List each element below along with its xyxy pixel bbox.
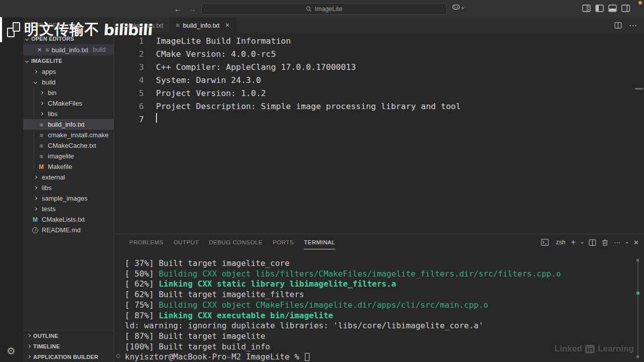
open-editor-label: build_info.txt bbox=[51, 46, 88, 54]
tree-item-sample-images[interactable]: sample_images bbox=[23, 193, 114, 204]
terminal-actions: zsh + bbox=[541, 238, 639, 247]
new-terminal-icon[interactable]: + bbox=[571, 238, 576, 247]
line-content: ImageLite Build Information bbox=[144, 35, 291, 48]
toggle-secondary-sidebar-icon[interactable] bbox=[621, 5, 630, 12]
editor-pane[interactable]: 1ImageLite Build Information2CMake Versi… bbox=[114, 33, 644, 234]
toggle-primary-sidebar-icon[interactable] bbox=[595, 5, 604, 12]
terminal-output[interactable]: [ 37%] Built target imagelite_core[ 50%]… bbox=[114, 250, 644, 362]
editor-line-3: 3C++ Compiler: AppleClang 17.0.0.1700001… bbox=[114, 61, 644, 74]
chevron-right-icon bbox=[31, 197, 39, 200]
doc-file-icon: ≡ bbox=[37, 142, 45, 149]
tree-item-readme-md[interactable]: iREADME.md bbox=[23, 225, 114, 235]
explorer-sidebar: EXPLORER OPEN EDITORS ✕ ≡ build_info.txt… bbox=[23, 18, 114, 362]
split-terminal-icon[interactable] bbox=[589, 239, 596, 246]
terminal-line-prefix: [ 50%] bbox=[125, 269, 158, 279]
terminal-line-text: Built target imagelite bbox=[158, 331, 265, 341]
toggle-panel-icon[interactable] bbox=[608, 5, 617, 12]
tree-item-label: Makefile bbox=[48, 163, 72, 170]
panel-tab-debug-console[interactable]: DEBUG CONSOLE bbox=[204, 234, 268, 250]
terminal-line-text: Linking CXX executable bin/imagelite bbox=[158, 311, 333, 320]
open-editors-header[interactable]: OPEN EDITORS bbox=[23, 33, 114, 44]
terminal-line: [ 50%] Building CXX object libs/filters/… bbox=[125, 269, 644, 280]
tree-item-cmakecache-txt[interactable]: ≡CMakeCache.txt bbox=[23, 140, 114, 151]
close-panel-icon[interactable]: ✕ bbox=[633, 239, 639, 246]
terminal-line-text: Linking CXX static library libimagelite_… bbox=[158, 279, 396, 289]
tab-build-info-txt[interactable]: ≡build_info.txt✕ bbox=[170, 18, 236, 33]
tree-item-label: build_info.txt bbox=[48, 121, 85, 128]
tab-cmakelists-txt[interactable]: CMakeLists.txt bbox=[114, 18, 170, 33]
panel-tab-ports[interactable]: PORTS bbox=[268, 234, 299, 250]
scrollbar-marker bbox=[636, 292, 639, 295]
scrollbar-handle bbox=[636, 259, 639, 261]
tree-item-apps[interactable]: apps bbox=[23, 66, 114, 77]
terminal-line: [100%] Built target build_info bbox=[125, 342, 644, 352]
panel-tab-label: OUTPUT bbox=[174, 236, 199, 249]
line-content bbox=[144, 113, 156, 126]
panel-tab-label: PORTS bbox=[273, 236, 294, 249]
terminal-line-prefix: [100%] bbox=[125, 342, 158, 351]
tree-item-label: build bbox=[42, 78, 55, 86]
editor-line-6: 6Project Description: Simple image proce… bbox=[114, 100, 644, 113]
section-timeline[interactable]: TIMELINE bbox=[23, 341, 114, 351]
project-section-header[interactable]: IMAGELITE bbox=[23, 55, 114, 66]
terminal-profile-chevron-icon[interactable] bbox=[581, 241, 584, 244]
tree-item-label: libs bbox=[48, 110, 58, 118]
chevron-right-icon bbox=[37, 113, 45, 115]
section-label: TIMELINE bbox=[33, 343, 60, 349]
tree-indent-guide bbox=[34, 87, 34, 172]
tree-item-build-info-txt[interactable]: ≡build_info.txt bbox=[23, 119, 114, 130]
close-icon[interactable]: ✕ bbox=[37, 47, 42, 53]
copilot-button[interactable] bbox=[452, 4, 464, 11]
command-center-search[interactable]: ImageLite bbox=[201, 3, 447, 15]
terminal-line-text: ld: warning: ignoring duplicate librarie… bbox=[125, 321, 484, 330]
line-number: 6 bbox=[114, 100, 144, 113]
more-actions-icon[interactable]: ⋯ bbox=[629, 21, 637, 30]
tree-item-label: CMakeCache.txt bbox=[48, 142, 96, 149]
terminal-line-prefix: [ 75%] bbox=[125, 300, 158, 310]
panel-more-actions-icon[interactable]: ⋯ bbox=[614, 239, 620, 246]
file-icon: ≡ bbox=[176, 22, 179, 29]
section-outline[interactable]: OUTLINE bbox=[23, 330, 114, 341]
cmake-file-icon: M bbox=[31, 216, 39, 223]
tree-item-label: CMakeFiles bbox=[48, 100, 83, 107]
tree-item-libs[interactable]: libs bbox=[23, 183, 114, 193]
panel-tab-output[interactable]: OUTPUT bbox=[169, 234, 204, 250]
terminal-line: [ 62%] Linking CXX static library libima… bbox=[125, 279, 644, 290]
tree-item-build[interactable]: build bbox=[23, 77, 114, 87]
section-application-builder[interactable]: APPLICATION BUILDER bbox=[23, 351, 114, 362]
tree-item-cmake-install-cmake[interactable]: ≡cmake_install.cmake bbox=[23, 130, 114, 140]
shell-label: zsh bbox=[556, 239, 566, 246]
terminal-line: [ 37%] Built target imagelite_core bbox=[125, 258, 644, 269]
open-editor-build-info-txt[interactable]: ✕ ≡ build_info.txt build bbox=[23, 44, 114, 55]
chevron-down-icon bbox=[25, 59, 29, 62]
command-decoration-icon[interactable] bbox=[116, 354, 120, 358]
close-icon[interactable]: ✕ bbox=[225, 22, 229, 29]
panel-tab-problems[interactable]: PROBLEMS bbox=[124, 234, 169, 250]
tree-item-imagelite[interactable]: ≡imagelite bbox=[23, 151, 114, 161]
line-number: 4 bbox=[114, 74, 144, 87]
notification-dot bbox=[638, 1, 642, 5]
tree-item-makefile[interactable]: MMakefile bbox=[23, 161, 114, 172]
tree-item-libs[interactable]: libs bbox=[23, 109, 114, 119]
tree-item-cmakefiles[interactable]: CMakeFiles bbox=[23, 98, 114, 109]
terminal-scrollbar[interactable] bbox=[637, 260, 638, 357]
customize-layout-icon[interactable] bbox=[582, 5, 591, 12]
nav-back-icon[interactable]: ← bbox=[174, 5, 182, 13]
text-cursor bbox=[156, 113, 157, 123]
tree-item-bin[interactable]: bin bbox=[23, 87, 114, 98]
panel-tab-terminal[interactable]: TERMINAL bbox=[299, 234, 340, 250]
maximize-panel-icon[interactable] bbox=[625, 242, 628, 245]
tree-item-cmakelists-txt[interactable]: MCMakeLists.txt bbox=[23, 214, 114, 225]
copilot-icon bbox=[452, 4, 460, 11]
file-icon: ≡ bbox=[45, 46, 49, 53]
terminal-line-prefix: [ 37%] bbox=[125, 258, 158, 268]
settings-gear-icon[interactable]: ⚙ bbox=[7, 346, 16, 356]
nav-forward-icon[interactable]: → bbox=[189, 5, 196, 13]
tree-item-label: README.md bbox=[42, 226, 80, 234]
tree-item-external[interactable]: external bbox=[23, 172, 114, 183]
kill-terminal-trash-icon[interactable] bbox=[602, 239, 608, 246]
explorer-title: EXPLORER bbox=[23, 18, 114, 33]
panel-tab-label: DEBUG CONSOLE bbox=[209, 236, 263, 249]
split-editor-icon[interactable] bbox=[614, 22, 622, 29]
tree-item-tests[interactable]: tests bbox=[23, 204, 114, 214]
